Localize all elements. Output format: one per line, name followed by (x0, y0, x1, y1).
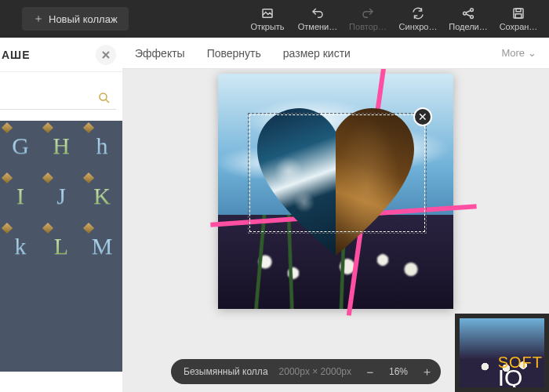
new-collage-label: Новый коллаж (49, 13, 118, 25)
undo-label: Отмени… (298, 22, 338, 31)
svg-rect-6 (515, 14, 522, 18)
svg-point-7 (100, 93, 107, 100)
undo-button[interactable]: Отмени… (295, 6, 340, 31)
save-icon (511, 6, 526, 20)
glyph: G (12, 132, 29, 159)
chevron-down-icon: ⌄ (528, 47, 536, 59)
glyph: h (96, 132, 108, 159)
panel-title: АШЕ (2, 49, 31, 61)
search-wrap (0, 72, 122, 118)
more-label: More (501, 47, 525, 59)
zoom-bar: Безымянный колла 2000px × 2000px − 16% ＋ (171, 359, 441, 384)
glyph: k (15, 233, 27, 260)
share-label: Подели… (449, 22, 488, 31)
zoom-in-button[interactable]: ＋ (419, 364, 434, 379)
list-item[interactable]: H (41, 121, 82, 171)
redo-icon (360, 6, 376, 20)
plus-icon: ＋ (33, 12, 44, 26)
open-icon (260, 6, 275, 20)
document-name: Безымянный колла (184, 366, 268, 377)
list-item[interactable]: k (0, 221, 41, 271)
panel-header: АШЕ (0, 38, 122, 72)
letter-grid[interactable]: G H h I J K k L M (0, 121, 122, 372)
open-button[interactable]: Открыть (245, 6, 290, 31)
svg-rect-5 (516, 9, 521, 12)
zoom-out-button[interactable]: − (362, 364, 378, 379)
watermark: SOFT IQ (498, 356, 543, 387)
glyph: M (92, 233, 113, 260)
glyph: J (56, 183, 66, 209)
glyph: I (16, 183, 24, 209)
sub-toolbar: Эффекты Повернуть размер кисти More ⌄ (122, 38, 549, 69)
new-collage-button[interactable]: ＋ Новый коллаж (22, 7, 129, 31)
artboard[interactable]: ✕ (218, 74, 453, 309)
brush-size-tab[interactable]: размер кисти (283, 47, 351, 60)
more-dropdown[interactable]: More ⌄ (501, 47, 536, 59)
top-actions: Открыть Отмени… Повтор… Синхро… Подели… … (245, 6, 541, 31)
undo-icon (310, 6, 325, 20)
document-dimensions: 2000px × 2000px (279, 366, 351, 377)
effects-tab[interactable]: Эффекты (135, 47, 185, 60)
close-icon (101, 50, 111, 60)
preview-panel[interactable]: SOFT IQ (455, 314, 549, 392)
share-button[interactable]: Подели… (445, 6, 491, 31)
preview-thumb: SOFT IQ (460, 318, 544, 387)
list-item[interactable]: G (0, 121, 41, 171)
open-label: Открыть (250, 22, 284, 31)
close-panel-button[interactable] (96, 45, 116, 65)
selection-remove-button[interactable]: ✕ (413, 107, 432, 126)
redo-label: Повтор… (349, 22, 387, 31)
list-item[interactable]: K (82, 171, 122, 221)
rotate-tab[interactable]: Повернуть (207, 47, 261, 60)
zoom-level: 16% (389, 366, 408, 377)
redo-button[interactable]: Повтор… (345, 6, 391, 31)
collage-heart-frame[interactable] (257, 108, 414, 265)
watermark-line2: IQ (498, 368, 543, 387)
top-toolbar: ＋ Новый коллаж Открыть Отмени… Повтор… С… (0, 0, 549, 38)
save-label: Сохран… (500, 22, 538, 31)
sync-icon (410, 6, 426, 20)
list-item[interactable]: L (41, 221, 82, 271)
glyph: L (54, 233, 68, 260)
list-item[interactable]: h (82, 121, 122, 171)
glyph: H (53, 132, 70, 159)
list-item[interactable]: M (82, 221, 122, 271)
save-button[interactable]: Сохран… (496, 6, 541, 31)
list-item[interactable]: I (0, 171, 41, 221)
sync-label: Синхро… (399, 22, 438, 31)
glyph: K (93, 183, 111, 209)
side-panel: АШЕ G H h I J K k L M (0, 38, 122, 392)
close-icon: ✕ (418, 111, 427, 123)
search-input[interactable] (0, 86, 116, 110)
search-icon (97, 91, 111, 105)
sync-button[interactable]: Синхро… (395, 6, 441, 31)
list-item[interactable]: J (41, 171, 82, 221)
share-icon (460, 6, 476, 20)
